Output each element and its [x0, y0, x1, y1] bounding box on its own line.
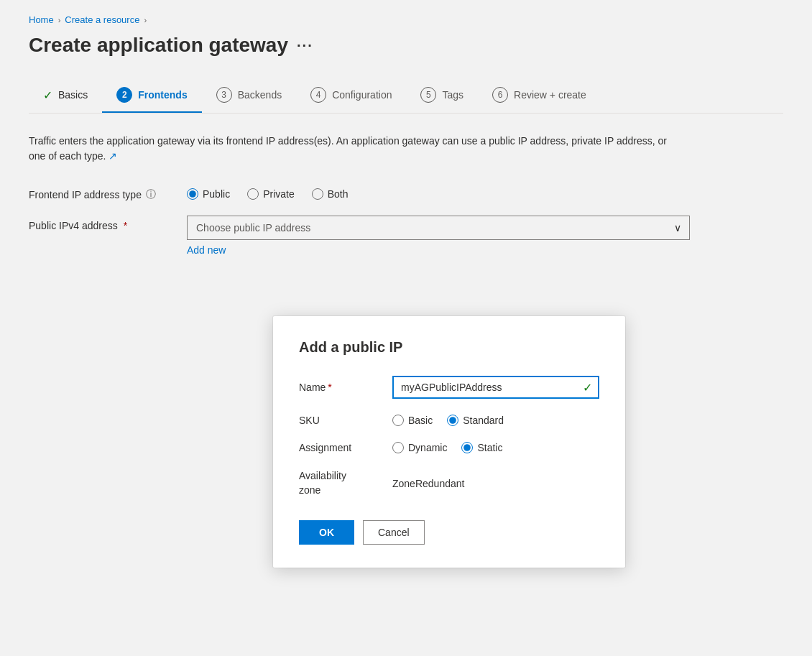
modal-availability-label-text: Availabilityzone — [299, 469, 346, 497]
sku-basic-input[interactable] — [392, 415, 404, 426]
assignment-radio-group: Dynamic Static — [392, 442, 599, 453]
cancel-button[interactable]: Cancel — [363, 520, 425, 545]
modal-name-label-text: Name — [299, 382, 326, 393]
add-public-ip-modal: Add a public IP Name * ✓ SKU — [273, 316, 625, 568]
check-valid-icon: ✓ — [583, 381, 592, 394]
modal-availability-label: Availabilityzone — [299, 469, 392, 497]
modal-title: Add a public IP — [299, 339, 599, 356]
modal-name-row: Name * ✓ — [299, 376, 599, 399]
assignment-dynamic-label[interactable]: Dynamic — [408, 442, 447, 453]
page-container: Home › Create a resource › Create applic… — [0, 0, 812, 656]
modal-availability-control: ZoneRedundant — [392, 478, 599, 489]
modal-assignment-label: Assignment — [299, 442, 392, 453]
modal-assignment-control: Dynamic Static — [392, 442, 599, 453]
name-input[interactable] — [392, 376, 599, 399]
modal-availability-row: Availabilityzone ZoneRedundant — [299, 469, 599, 497]
modal-name-required: * — [328, 382, 331, 393]
sku-standard-label[interactable]: Standard — [463, 415, 504, 426]
sku-radio-group: Basic Standard — [392, 415, 599, 426]
sku-radio-basic[interactable]: Basic — [392, 415, 433, 426]
modal-sku-control: Basic Standard — [392, 415, 599, 426]
sku-basic-label[interactable]: Basic — [408, 415, 433, 426]
sku-standard-input[interactable] — [447, 415, 458, 426]
assignment-radio-static[interactable]: Static — [461, 442, 502, 453]
assignment-radio-dynamic[interactable]: Dynamic — [392, 442, 447, 453]
assignment-dynamic-input[interactable] — [392, 442, 404, 453]
ok-button[interactable]: OK — [299, 520, 354, 545]
modal-name-label: Name * — [299, 382, 392, 393]
sku-radio-standard[interactable]: Standard — [447, 415, 504, 426]
modal-sku-row: SKU Basic Standard — [299, 415, 599, 426]
modal-sku-label-text: SKU — [299, 415, 320, 426]
availability-zone-value: ZoneRedundant — [392, 478, 464, 489]
modal-assignment-row: Assignment Dynamic Static — [299, 442, 599, 453]
modal-assignment-label-text: Assignment — [299, 442, 351, 453]
assignment-static-input[interactable] — [461, 442, 473, 453]
name-input-wrapper: ✓ — [392, 376, 599, 399]
assignment-static-label[interactable]: Static — [477, 442, 502, 453]
modal-actions: OK Cancel — [299, 520, 599, 545]
modal-name-control: ✓ — [392, 376, 599, 399]
modal-sku-label: SKU — [299, 415, 392, 426]
